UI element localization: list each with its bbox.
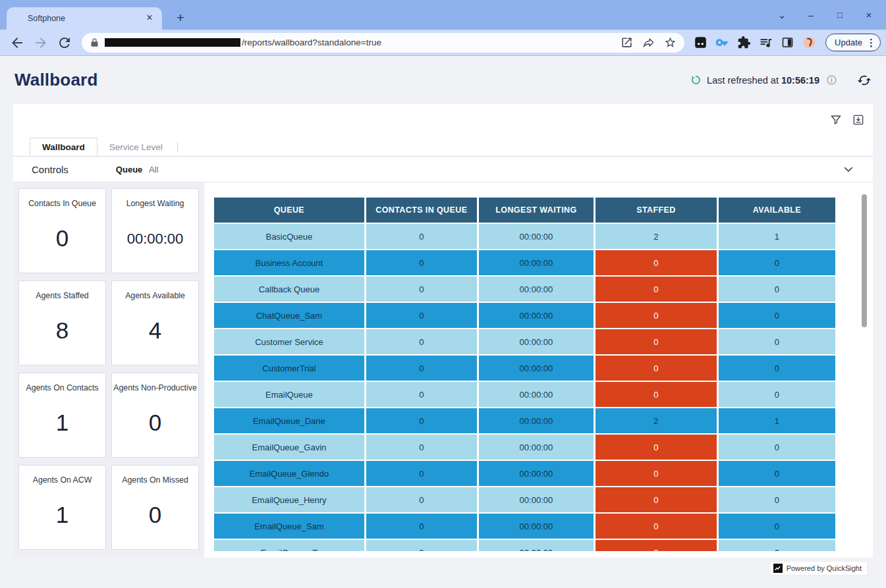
reload-icon[interactable] (57, 35, 72, 51)
table-cell: 0 (366, 460, 478, 487)
table-scrollbar-thumb[interactable] (862, 194, 867, 327)
minimize-button[interactable]: – (804, 9, 817, 20)
table-cell: 0 (595, 250, 717, 276)
table-cell: EmailQueue_Gavin (213, 434, 365, 460)
table-row[interactable]: Business Account000:00:0000 (213, 250, 837, 276)
back-icon[interactable] (9, 35, 25, 51)
table-cell: 0 (718, 329, 836, 355)
address-bar[interactable]: /reports/wallboard?standalone=true (82, 33, 684, 53)
kpi-label: Agents Non-Productive (113, 383, 196, 392)
table-cell: 2 (595, 408, 717, 434)
maximize-button[interactable]: □ (833, 10, 846, 20)
controls-row: Controls Queue All (13, 157, 873, 182)
bookmark-star-icon[interactable] (664, 36, 677, 49)
table-cell: 0 (718, 355, 836, 381)
table-cell: 0 (366, 276, 478, 302)
table-cell: EmailQueue_Henry (213, 487, 365, 513)
profile-avatar[interactable] (802, 36, 816, 49)
extension-dots-icon[interactable] (694, 36, 707, 49)
playlist-extension-icon[interactable] (759, 36, 773, 49)
table-row[interactable]: EmailQueue_Dane000:00:0021 (213, 408, 837, 434)
table-cell: 2 (595, 223, 717, 250)
powered-by-quicksight-badge[interactable]: Powered by QuickSight (770, 561, 868, 575)
kpi-value: 4 (149, 317, 161, 344)
table-cell: ChatQueue_Sam (213, 302, 365, 329)
table-cell: AVAILABLE (718, 197, 836, 223)
lock-icon (90, 38, 99, 47)
table-cell: CustomerTrial (213, 355, 365, 381)
table-cell: 0 (595, 302, 717, 329)
auto-refresh-timer-icon (690, 74, 702, 86)
table-cell: 0 (366, 487, 478, 513)
kpi-label: Agents Staffed (36, 291, 88, 300)
browser-menu-icon[interactable]: ⋮ (866, 37, 876, 49)
key-extension-icon[interactable] (715, 36, 729, 49)
table-cell: 0 (718, 302, 836, 329)
kpi-label: Agents On Contacts (26, 383, 98, 392)
kpi-card-agents-non-productive: Agents Non-Productive0 (111, 373, 199, 458)
tab-search-chevron-icon[interactable]: ⌄ (775, 9, 789, 21)
refresh-icon[interactable] (857, 73, 872, 88)
tab-divider (177, 142, 178, 152)
browser-tab[interactable]: Softphone × (7, 7, 162, 30)
table-row[interactable]: ChatQueue_Sam000:00:0000 (213, 302, 837, 329)
table-cell: 0 (595, 355, 717, 381)
table-cell: Business Account (213, 250, 365, 276)
table-cell: 0 (718, 276, 836, 302)
table-row[interactable]: BasicQueue000:00:0021 (213, 223, 837, 250)
table-cell: Callback Queue (213, 276, 365, 302)
share-icon[interactable] (642, 36, 655, 49)
table-row[interactable]: EmailQueue_Sam000:00:0000 (213, 513, 837, 539)
table-cell: 0 (366, 513, 478, 539)
table-row[interactable]: Customer Service000:00:0000 (213, 329, 837, 355)
table-cell: 1 (718, 408, 836, 434)
tab-service-level[interactable]: Service Level (97, 138, 175, 156)
tab-wallboard[interactable]: Wallboard (30, 138, 97, 156)
table-cell: 00:00:00 (478, 223, 594, 250)
update-button[interactable]: Update ⋮ (825, 34, 881, 51)
kpi-value: 0 (56, 225, 69, 252)
open-in-new-icon[interactable] (621, 36, 633, 49)
url-path: /reports/wallboard?standalone=true (242, 38, 611, 47)
kpi-label: Longest Waiting (126, 199, 184, 208)
browser-titlebar: Softphone × + ⌄ – □ × (0, 0, 886, 30)
kpi-value: 1 (56, 502, 69, 528)
table-cell: 0 (595, 487, 717, 513)
table-row[interactable]: EmailQueue_Gavin000:00:0000 (213, 434, 837, 460)
info-icon[interactable] (826, 74, 837, 86)
export-icon[interactable] (852, 113, 865, 126)
table-cell: 0 (595, 329, 717, 355)
table-cell: 00:00:00 (478, 539, 594, 551)
queue-table: QUEUECONTACTS IN QUEUELONGEST WAITINGSTA… (213, 197, 837, 551)
contrast-extension-icon[interactable] (781, 36, 794, 49)
table-row[interactable]: EmailQueue_Henry000:00:0000 (213, 487, 837, 513)
table-cell: 1 (718, 223, 836, 250)
table-cell: EmailQueue (213, 381, 365, 408)
forward-icon[interactable] (33, 35, 49, 51)
table-row[interactable]: EmailQueue_T000:00:0000 (213, 539, 837, 551)
table-row[interactable]: Callback Queue000:00:0000 (213, 276, 837, 302)
table-cell: EmailQueue_T (213, 539, 365, 551)
kpi-label: Contacts In Queue (28, 199, 96, 208)
table-row[interactable]: CustomerTrial000:00:0000 (213, 355, 837, 381)
browser-window: Softphone × + ⌄ – □ × /reports/wallboard… (0, 0, 886, 588)
last-refreshed-time: 10:56:19 (781, 75, 819, 86)
table-cell: 0 (718, 539, 836, 551)
table-cell: EmailQueue_Sam (213, 513, 365, 539)
table-cell: 0 (595, 513, 717, 539)
extensions-puzzle-icon[interactable] (737, 36, 751, 49)
close-window-button[interactable]: × (862, 9, 875, 20)
table-row[interactable]: EmailQueue000:00:0000 (213, 381, 837, 408)
filter-icon[interactable] (829, 113, 843, 126)
kpi-label: Agents On Missed (122, 475, 188, 485)
table-cell: 00:00:00 (478, 302, 594, 329)
table-row[interactable]: EmailQueue_Glendo000:00:0000 (213, 460, 837, 487)
queue-filter-control[interactable]: Queue All (116, 165, 159, 174)
controls-collapse-chevron-icon[interactable] (843, 163, 854, 175)
browser-toolbar: /reports/wallboard?standalone=true (0, 30, 886, 56)
kpi-value: 0 (149, 502, 161, 528)
table-cell: 0 (718, 487, 836, 513)
queue-table-zone: QUEUECONTACTS IN QUEUELONGEST WAITINGSTA… (204, 182, 873, 558)
new-tab-button[interactable]: + (173, 11, 188, 26)
tab-close-icon[interactable]: × (144, 13, 155, 24)
